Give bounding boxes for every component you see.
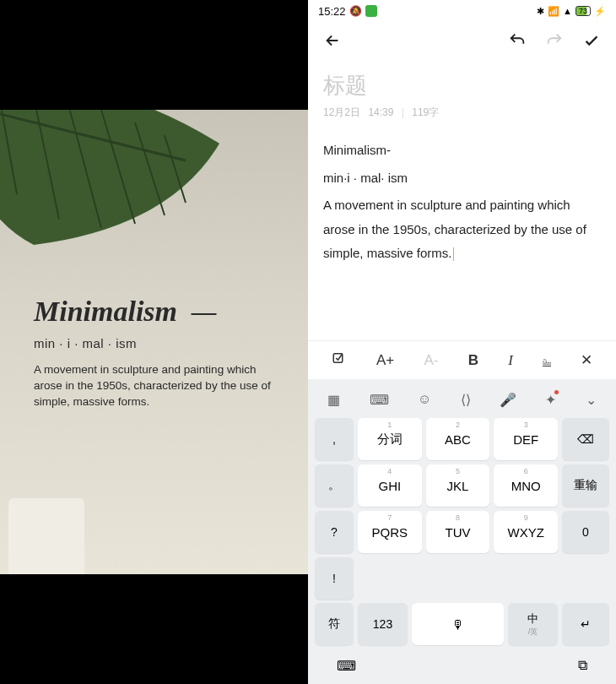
format-toolbar: A+ A- B I ⎁ ✕ <box>308 340 616 379</box>
kb-keyboard-icon[interactable]: ⌨ <box>370 392 389 408</box>
close-toolbar-button[interactable]: ✕ <box>581 351 592 369</box>
meta-date: 12月2日 <box>323 106 360 118</box>
kb-emoji-icon[interactable]: ☺ <box>418 392 431 407</box>
system-nav: ⌨ ⧉ <box>313 649 611 682</box>
photo: Minimalism — min · i · mal · ism A movem… <box>0 110 308 574</box>
key-1[interactable]: 1分词 <box>358 418 422 460</box>
text-cursor <box>453 247 455 261</box>
key-enter[interactable]: ↵ <box>562 603 609 645</box>
body-line: A movement in sculpture and painting whi… <box>323 193 601 266</box>
signal-icon: 📶 <box>548 6 559 17</box>
title-input[interactable]: 标题 <box>323 71 601 100</box>
key-8[interactable]: 8TUV <box>426 511 490 553</box>
italic-button[interactable]: I <box>508 352 513 369</box>
checklist-button[interactable] <box>332 350 347 370</box>
copy-icon[interactable]: ⧉ <box>578 658 587 673</box>
app-badge-icon <box>365 5 377 17</box>
meta-time: 14:39 <box>368 106 393 118</box>
kb-mic-icon[interactable]: 🎤 <box>500 392 516 408</box>
charging-icon: ⚡ <box>594 6 606 17</box>
keyboard: ▦ ⌨ ☺ ⟨⟩ 🎤 ✦ ⌄ , 1分词 2ABC 3DEF ⌫ 。 4GHI … <box>308 379 616 684</box>
photo-title: Minimalism <box>34 296 177 328</box>
confirm-button[interactable] <box>582 31 601 53</box>
top-bar <box>308 22 616 62</box>
wifi-icon: ▲ <box>563 6 572 16</box>
clock: 15:22 <box>318 5 346 18</box>
kb-code-icon[interactable]: ⟨⟩ <box>461 392 471 408</box>
note-app: 15:22 🔕 ✱ 📶 ▲ 73 ⚡ 标题 <box>308 0 616 684</box>
font-increase-button[interactable]: A+ <box>376 352 394 369</box>
reference-photo-panel: Minimalism — min · i · mal · ism A movem… <box>0 0 308 684</box>
key-4[interactable]: 4GHI <box>358 464 422 507</box>
key-backspace[interactable]: ⌫ <box>562 418 609 460</box>
photo-pronunciation: min · i · mal · ism <box>34 336 283 350</box>
underline-button[interactable]: ⎁ <box>543 352 551 369</box>
leaf-graphic <box>0 110 236 279</box>
note-meta: 12月2日 14:39 | 119字 <box>323 106 601 120</box>
key-6[interactable]: 6MNO <box>494 464 558 507</box>
kb-apps-icon[interactable]: ▦ <box>327 392 340 408</box>
key-2[interactable]: 2ABC <box>426 418 490 460</box>
keyboard-toolbar: ▦ ⌨ ☺ ⟨⟩ 🎤 ✦ ⌄ <box>313 384 611 415</box>
key-9[interactable]: 9WXYZ <box>494 511 558 553</box>
status-bar: 15:22 🔕 ✱ 📶 ▲ 73 ⚡ <box>308 0 616 22</box>
bluetooth-icon: ✱ <box>537 6 544 17</box>
key-7[interactable]: 7PQRS <box>358 511 422 553</box>
key-language[interactable]: 中/英 <box>508 603 558 645</box>
font-decrease-button[interactable]: A- <box>424 352 438 369</box>
key-period[interactable]: 。 <box>315 464 354 507</box>
mute-icon: 🔕 <box>349 5 362 17</box>
key-numbers[interactable]: 123 <box>358 603 408 645</box>
key-exclaim[interactable]: ! <box>315 557 354 600</box>
ime-switch-icon[interactable]: ⌨ <box>337 658 356 674</box>
body-line: min·i · mal· ism <box>323 166 601 191</box>
key-space[interactable]: 🎙 <box>412 603 504 645</box>
dash: — <box>192 298 217 326</box>
key-comma[interactable]: , <box>315 418 354 460</box>
redo-button[interactable] <box>545 31 564 53</box>
bold-button[interactable]: B <box>468 352 478 369</box>
note-body[interactable]: Minimalism- min·i · mal· ism A movement … <box>308 125 616 340</box>
key-question[interactable]: ? <box>315 511 354 553</box>
battery-indicator: 73 <box>575 6 591 16</box>
mic-small-icon: 🎙 <box>451 617 464 632</box>
key-zero[interactable]: 0 <box>562 511 609 553</box>
key-5[interactable]: 5JKL <box>426 464 490 507</box>
kb-collapse-icon[interactable]: ⌄ <box>586 392 597 408</box>
back-button[interactable] <box>323 31 342 53</box>
cup-graphic <box>8 498 84 574</box>
key-3[interactable]: 3DEF <box>494 418 558 460</box>
photo-definition: A movement in sculpture and painting whi… <box>34 362 283 410</box>
body-line: Minimalism- <box>323 138 601 163</box>
key-symbols[interactable]: 符 <box>315 603 354 645</box>
kb-sticker-icon[interactable]: ✦ <box>545 392 556 408</box>
key-retype[interactable]: 重输 <box>562 464 609 507</box>
undo-button[interactable] <box>508 31 527 53</box>
meta-chars: 119字 <box>412 106 439 118</box>
